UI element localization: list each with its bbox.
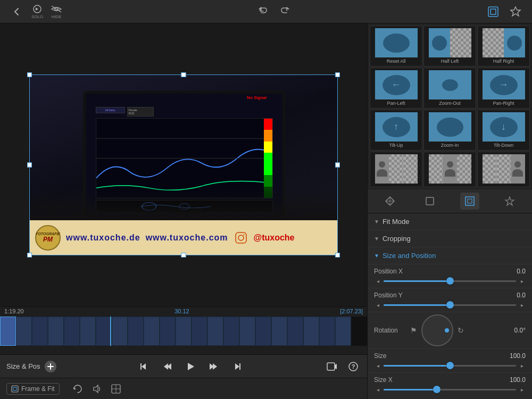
- star-button[interactable]: [508, 4, 523, 20]
- reset-button[interactable]: [70, 381, 85, 396]
- back-button[interactable]: [9, 4, 24, 20]
- rotation-dial[interactable]: [421, 314, 453, 346]
- preset-zoom-out[interactable]: Zoom-Out: [423, 68, 476, 109]
- preset-pan-right[interactable]: → Pan-Right: [477, 68, 530, 109]
- clip-segment: [239, 317, 255, 346]
- size-value: 100.0: [510, 352, 526, 360]
- play-button[interactable]: [183, 359, 198, 374]
- position-y-decrement[interactable]: ◂: [374, 301, 381, 309]
- position-y-slider-row: ◂ ▸: [374, 301, 526, 309]
- size-fill: [384, 365, 450, 367]
- preset-half-right[interactable]: Half Right: [477, 26, 530, 66]
- clip-segment: [192, 317, 207, 346]
- fit-mode-title: Fit Mode: [383, 218, 410, 226]
- size-and-position-title: Size and Position: [383, 252, 436, 260]
- frame-fit-label: Frame & Fit: [21, 385, 55, 393]
- preset-tilt-up[interactable]: ↑ Tilt-Up: [370, 110, 422, 151]
- preset-thumb-pan-left: ←: [375, 70, 418, 99]
- preset-half-left[interactable]: Half Left: [423, 26, 476, 66]
- panel-tab-transform[interactable]: [380, 193, 400, 210]
- editor-area: All Items ParadeRGB: [0, 23, 367, 399]
- handle-top-left[interactable]: [27, 72, 32, 77]
- size-x-decrement[interactable]: ◂: [374, 386, 381, 393]
- preset-thumb-half-left: [429, 28, 471, 57]
- svg-point-12: [243, 234, 244, 235]
- size-thumb[interactable]: [446, 362, 454, 369]
- svg-rect-38: [466, 197, 474, 205]
- preset-reset-all[interactable]: Reset All: [370, 26, 422, 66]
- position-y-thumb[interactable]: [446, 301, 454, 309]
- fit-mode-section[interactable]: ▼ Fit Mode: [368, 213, 532, 230]
- solo-label: SOLO: [31, 14, 43, 19]
- hide-button[interactable]: HIDE: [50, 4, 63, 19]
- skip-end-button[interactable]: [230, 359, 245, 374]
- undo-button[interactable]: [255, 4, 271, 20]
- panel-tab-size-pos[interactable]: [460, 193, 479, 210]
- size-and-position-section[interactable]: ▼ Size and Position: [368, 247, 532, 264]
- redo-button[interactable]: [277, 4, 293, 20]
- panel-tab-crop[interactable]: [420, 193, 439, 210]
- size-x-increment[interactable]: ▸: [518, 386, 526, 393]
- volume-button[interactable]: [89, 381, 104, 396]
- rotation-flag-left[interactable]: ⚑: [410, 326, 417, 335]
- size-increment[interactable]: ▸: [518, 362, 526, 369]
- position-x-label: Position X: [374, 268, 403, 275]
- panel-tab-effects[interactable]: [500, 193, 519, 210]
- cropping-section[interactable]: ▼ Cropping: [368, 230, 532, 247]
- preset-tilt-down[interactable]: ↓ Tilt-Down: [477, 110, 530, 151]
- preset-person-center[interactable]: [423, 152, 476, 187]
- size-x-track[interactable]: [384, 389, 516, 390]
- bottom-controls: Size & Pos: [0, 354, 367, 378]
- prev-frame-button[interactable]: [160, 359, 174, 374]
- position-x-track[interactable]: [384, 280, 516, 282]
- position-x-decrement[interactable]: ◂: [374, 277, 381, 285]
- solo-button[interactable]: SOLO: [31, 4, 44, 19]
- rotation-arrow[interactable]: ↻: [458, 326, 464, 335]
- handle-bottom-right[interactable]: [335, 253, 340, 257]
- bottom-controls2: Frame & Fit: [0, 378, 367, 399]
- position-y-increment[interactable]: ▸: [518, 301, 526, 309]
- handle-bottom-left[interactable]: [27, 253, 32, 257]
- toolbar-center: [255, 4, 293, 20]
- preset-person-right[interactable]: [477, 152, 530, 187]
- position-y-track[interactable]: [384, 304, 516, 306]
- fit-button[interactable]: [485, 4, 501, 20]
- handle-bottom-mid[interactable]: [181, 253, 186, 257]
- size-decrement[interactable]: ◂: [374, 362, 381, 369]
- size-slider-row: ◂ ▸: [374, 362, 526, 369]
- handle-mid-left[interactable]: [27, 163, 32, 168]
- video-canvas[interactable]: All Items ParadeRGB: [0, 23, 367, 306]
- add-button[interactable]: [45, 361, 56, 372]
- position-x-increment[interactable]: ▸: [518, 277, 526, 285]
- toolbar-right: [485, 4, 523, 20]
- hide-label: HIDE: [51, 14, 61, 19]
- frame-fit-button[interactable]: Frame & Fit: [6, 383, 60, 395]
- svg-marker-15: [142, 363, 146, 370]
- record-button[interactable]: [325, 359, 339, 374]
- svg-marker-19: [188, 363, 194, 370]
- logo-bottom-text: PM: [43, 236, 53, 243]
- next-frame-button[interactable]: [206, 359, 221, 374]
- handle-top-mid[interactable]: [181, 72, 186, 77]
- instagram-icon: [234, 230, 248, 245]
- handle-mid-right[interactable]: [335, 163, 340, 168]
- fit-mode-chevron: ▼: [374, 219, 379, 225]
- preset-person-left[interactable]: [370, 152, 422, 187]
- preset-zoom-in[interactable]: Zoom-In: [423, 110, 476, 151]
- preset-label-reset-all: Reset All: [387, 59, 406, 64]
- position-x-thumb[interactable]: [446, 277, 454, 285]
- preset-label-zoom-in: Zoom-In: [441, 143, 459, 148]
- bottom-right-controls: ?: [325, 359, 361, 374]
- playhead[interactable]: [110, 317, 111, 346]
- size-track[interactable]: [384, 365, 516, 367]
- clip-segment: [160, 317, 176, 346]
- size-x-thumb[interactable]: [433, 386, 440, 393]
- preset-label-tilt-up: Tilt-Up: [389, 143, 403, 148]
- skip-start-button[interactable]: [136, 359, 151, 374]
- preset-pan-left[interactable]: ← Pan-Left: [370, 68, 422, 109]
- rotation-wheel-area: ⚑ ↻: [410, 314, 510, 346]
- handle-top-right[interactable]: [335, 72, 340, 77]
- timeline-track[interactable]: [0, 317, 367, 346]
- help-button[interactable]: ?: [346, 359, 361, 374]
- effects-button[interactable]: [109, 381, 123, 396]
